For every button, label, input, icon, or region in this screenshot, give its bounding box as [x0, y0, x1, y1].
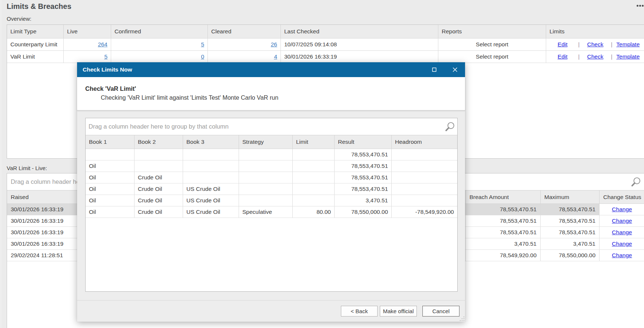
breach-amount-cell: 78,549,920.00 — [466, 250, 541, 261]
limit-cell — [293, 149, 335, 160]
select-report-cell[interactable]: Select report — [438, 39, 546, 50]
column-header-result[interactable]: Result — [335, 135, 392, 149]
column-header-limit[interactable]: Limit — [293, 135, 335, 149]
select-report-cell[interactable]: Select report — [438, 51, 546, 63]
change-status-cell: Change — [600, 204, 644, 215]
column-header-last-checked[interactable]: Last Checked — [281, 25, 438, 38]
column-header-live[interactable]: Live — [64, 25, 111, 38]
column-header-book1[interactable]: Book 1 — [86, 135, 135, 149]
change-link[interactable]: Change — [612, 252, 632, 259]
result-cell: 78,553,470.51 — [335, 149, 392, 160]
book2-cell — [135, 160, 183, 172]
live-count-link[interactable]: 5 — [104, 53, 107, 60]
breach-amount-cell: 78,553,470.51 — [466, 227, 541, 238]
column-header-book2[interactable]: Book 2 — [135, 135, 183, 149]
book3-cell — [183, 160, 239, 172]
book3-cell: US Crude Oil — [183, 183, 239, 195]
breach-amount-cell: 3,470.51 — [466, 238, 541, 249]
dialog-grid-row[interactable]: Oil Crude Oil US Crude Oil Speculative 8… — [86, 206, 457, 218]
check-link[interactable]: Check — [587, 41, 604, 48]
resize-grip[interactable] — [459, 316, 465, 321]
change-link[interactable]: Change — [612, 206, 632, 213]
edit-link[interactable]: Edit — [558, 53, 568, 60]
template-link[interactable]: Template — [616, 53, 640, 60]
confirmed-count-cell: 5 — [111, 39, 208, 50]
column-header-maximum[interactable]: Maximum — [541, 190, 600, 203]
dialog-titlebar[interactable]: Check Limits Now — [77, 62, 465, 77]
last-checked-cell: 30/01/2026 16:33:19 — [281, 51, 438, 63]
maximum-cell: 78,553,470.51 — [541, 227, 600, 238]
ellipsis-menu-icon[interactable] — [637, 4, 644, 8]
check-link[interactable]: Check — [587, 53, 604, 60]
column-header-strategy[interactable]: Strategy — [239, 135, 293, 149]
column-header-confirmed[interactable]: Confirmed — [111, 25, 208, 38]
page-title: Limits & Breaches — [7, 2, 72, 11]
back-button[interactable]: < Back — [341, 306, 378, 317]
maximum-cell: 78,553,470.51 — [541, 204, 600, 215]
dialog-grid-row[interactable]: 78,553,470.51 — [86, 149, 457, 160]
group-by-panel[interactable]: Drag a column header here to group by th… — [86, 118, 457, 135]
close-button[interactable] — [447, 62, 464, 77]
live-count-cell: 264 — [64, 39, 111, 50]
overview-table-header: Limit Type Live Confirmed Cleared Last C… — [7, 25, 644, 38]
column-header-limits[interactable]: Limits — [546, 25, 644, 38]
cancel-button[interactable]: Cancel — [422, 306, 459, 317]
search-icon[interactable] — [631, 177, 641, 187]
make-official-button[interactable]: Make official — [380, 306, 417, 317]
dialog-grid-header: Book 1 Book 2 Book 3 Strategy Limit Resu… — [86, 135, 457, 149]
headroom-cell — [392, 160, 457, 172]
panel-edge-line — [1, 0, 1, 328]
var-live-label: VaR Limit - Live: — [7, 165, 47, 171]
dialog-grid-row[interactable]: Oil Crude Oil US Crude Oil 78,553,470.51 — [86, 183, 457, 195]
live-count-link[interactable]: 264 — [98, 41, 107, 48]
book2-cell: Crude Oil — [135, 183, 183, 195]
dialog-header: Check 'VaR Limit' Checking 'VaR Limit' l… — [77, 77, 465, 110]
maximize-button[interactable] — [426, 62, 443, 77]
change-link[interactable]: Change — [612, 241, 632, 247]
template-link[interactable]: Template — [616, 41, 640, 48]
dialog-grid-row[interactable]: Oil Crude Oil US Crude Oil 3,470.51 — [86, 195, 457, 206]
strategy-cell — [239, 160, 293, 172]
breach-amount-cell: 78,553,470.51 — [466, 204, 541, 215]
result-cell: 3,470.51 — [335, 195, 392, 206]
search-icon[interactable] — [445, 122, 455, 132]
maximum-cell: 78,553,470.51 — [541, 215, 600, 226]
column-header-change-status[interactable]: Change Status — [600, 190, 644, 203]
column-header-breach-amount[interactable]: Breach Amount — [466, 190, 541, 203]
maximum-cell: 78,550,000.00 — [541, 250, 600, 261]
cleared-count-cell: 26 — [208, 39, 281, 50]
headroom-cell — [392, 149, 457, 160]
result-cell: 78,550,000.00 — [335, 206, 392, 218]
column-header-cleared[interactable]: Cleared — [208, 25, 281, 38]
dialog-heading: Check 'VaR Limit' — [85, 85, 136, 92]
change-status-cell: Change — [600, 227, 644, 238]
book3-cell — [183, 149, 239, 160]
dialog-results-grid: Drag a column header here to group by th… — [85, 118, 458, 292]
group-by-hint: Drag a column header here to group by th… — [86, 123, 229, 130]
dialog-grid-row[interactable]: Oil Crude Oil 78,553,470.51 — [86, 172, 457, 183]
column-header-limit-type[interactable]: Limit Type — [7, 25, 64, 38]
limit-cell — [293, 183, 335, 195]
column-header-reports[interactable]: Reports — [438, 25, 546, 38]
edit-link[interactable]: Edit — [558, 41, 568, 48]
limits-actions-cell: Edit | Check | Template — [546, 51, 644, 63]
maximum-cell: 3,470.51 — [541, 238, 600, 249]
confirmed-count-link[interactable]: 0 — [201, 53, 204, 60]
cleared-count-link[interactable]: 26 — [271, 41, 277, 48]
overview-row-var: VaR Limit 5 0 4 30/01/2026 16:33:19 Sele… — [7, 50, 644, 63]
headroom-cell: -78,549,920.00 — [392, 206, 457, 218]
result-cell: 78,553,470.51 — [335, 183, 392, 195]
limit-cell — [293, 160, 335, 172]
column-header-headroom[interactable]: Headroom — [392, 135, 457, 149]
overview-label: Overview: — [7, 16, 31, 22]
strategy-cell — [239, 195, 293, 206]
change-link[interactable]: Change — [612, 229, 632, 236]
column-header-book3[interactable]: Book 3 — [183, 135, 239, 149]
change-link[interactable]: Change — [612, 218, 632, 224]
book1-cell: Oil — [86, 172, 135, 183]
confirmed-count-link[interactable]: 5 — [201, 41, 204, 48]
cleared-count-link[interactable]: 4 — [274, 53, 277, 60]
limit-cell — [293, 195, 335, 206]
dialog-grid-row[interactable]: Oil 78,553,470.51 — [86, 160, 457, 172]
overview-row-counterparty: Counterparty Limit 264 5 26 10/07/2025 0… — [7, 38, 644, 50]
